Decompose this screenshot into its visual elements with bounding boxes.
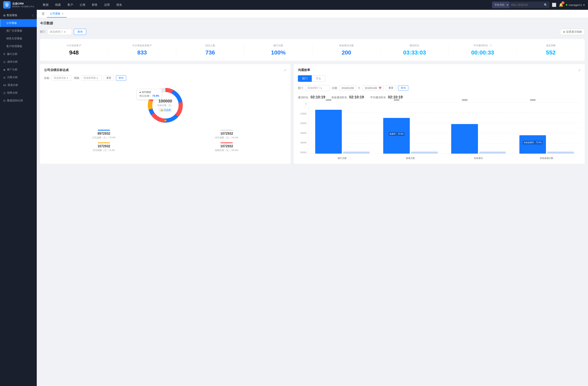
legend-value-3: 1072932 [167,144,287,148]
period-select[interactable]: 请选择周期 ▾ [81,75,102,81]
nav-right: 手机号码 🔍 ⬜ 🔔 5 manager11 ▾ [492,2,585,8]
eff-dept-select[interactable]: 请选择部门 ▾ [305,85,330,91]
x-label-3: 有效接通次数 [512,157,581,160]
eff-reset-button[interactable]: 重置 [386,85,396,91]
eff-tab-dept[interactable]: 部门 [298,75,312,82]
target-select[interactable]: 请选择目标 ▾ [51,75,72,81]
date-separator: 至 [358,86,360,90]
nav-customers[interactable]: 客户 [64,2,76,8]
collapse-icon[interactable]: ⟨ [32,14,34,17]
bar-col-1-0: 35000 接通率：70.9% [383,103,410,154]
legend-item-3: 1072932 超额完成（元）| 89.9% [167,142,287,152]
nav-data[interactable]: 数据 [40,2,51,8]
legend-bar-2 [98,142,110,143]
chart-x-labels: 拨打次数 接通次数 有效通话 有效接通次数 [308,157,581,160]
target-reset-button[interactable]: 重置 [104,75,114,81]
logo-icon [3,1,11,9]
nav-finance[interactable]: 财务 [89,2,101,8]
eff-query-button[interactable]: 查询 [398,85,408,91]
eff-tab-personal[interactable]: 个人 [312,75,325,82]
search-type-select[interactable]: 手机号码 [492,2,509,8]
dept-select[interactable]: 请选择部门 ▾ [47,29,72,35]
bar-group-3: 18000 有效接通率：70.9% [513,103,581,154]
date-start-input[interactable]: 2018/01/08 [339,85,356,91]
bar-3-1 [547,152,574,154]
efficiency-expand-button[interactable]: ⤢ [578,69,581,72]
search-button[interactable]: 🔍 [542,3,549,6]
search-input[interactable] [509,3,542,6]
nav-items: 数据 线索 客户 公海 财务 运营 报名 [40,2,492,8]
effective-value: 02:10:19 [349,95,364,99]
sidebar-item-promo-manager[interactable]: 推广主管看板 [0,27,37,35]
sidebar-section-header[interactable]: ⊞ 数据看板 ⟨ [0,11,37,19]
main-content: ☰ 公司看板 ✕ 今日数据 部门 请选择部门 ▾ 查询 [37,10,588,386]
sidebar-item-flow[interactable]: ⊡ 数据流转记录 [0,97,37,104]
donut-container: ● 1072932 所占比例： 70.9% [145,85,186,126]
tab-company-board[interactable]: 公司看板 ✕ [47,10,66,18]
top-navigation: 云朵CRM 教育机构一站式服务云平台 数据 线索 客户 公海 财务 运营 报名 … [0,0,588,10]
user-dropdown-icon[interactable]: ▾ [583,3,585,6]
x-label-2: 有效通话 [444,157,513,160]
flow-icon: ⊡ [3,99,5,102]
sidebar: ⊞ 数据看板 ⟨ 公司看板 推广主管看板 销售主管看板 客户经理看板 ⊽ 漏斗分… [0,10,37,386]
y-label-20000: 20000 [298,122,308,124]
target-query-button[interactable]: 查询 [116,75,126,81]
stats-row: 今日首咨客户 948 今日有效首咨客户 833 回访人数 736 拨打次数 10… [40,39,585,61]
bar-col-2-1 [479,103,506,154]
target-expand-button[interactable]: ⤢ [284,69,286,72]
hamburger-button[interactable]: ☰ [40,11,46,17]
stat-value-1: 833 [111,49,173,56]
bar-annotation-1: 接通率：70.9% [389,132,404,136]
thumbs-up-icon: 👍 [160,109,163,111]
date-end-input[interactable]: 2018/01/08 📅 [362,85,384,91]
notification-badge: 5 [561,1,565,4]
sidebar-item-account-manager[interactable]: 客户经理看板 [0,42,37,50]
notification-icon[interactable]: 🔔 5 [559,3,563,7]
today-query-button[interactable]: 查询 [74,29,86,35]
x-label-0: 拨打次数 [308,157,376,160]
nav-signup[interactable]: 报名 [113,2,125,8]
stat-label-2: 回访人数 [179,44,241,47]
sidebar-item-company-board[interactable]: 公司看板 [0,19,37,27]
settings-display-button[interactable]: ⚙ 设置显示指标 [560,29,585,35]
sidebar-item-channel[interactable]: ⋈ 渠道分析 [0,81,37,89]
y-label-10000: 10000 [298,112,308,115]
avg-stat: 平均通话时长 02:10:19 [370,95,403,99]
user-online-dot [566,4,567,6]
chart-y-axis: 50000 40000 30000 20000 10000 0 [298,103,308,154]
nav-operations[interactable]: 运营 [101,2,113,8]
monitor-icon[interactable]: ⬜ [552,3,556,7]
stat-card-0: 今日首咨客户 948 [40,44,108,56]
stat-label-0: 今日首咨客户 [43,44,105,47]
stat-card-4: 有效通话次数 200 [313,44,381,56]
sidebar-item-cost[interactable]: ◷ 成本分析 [0,58,37,66]
target-label: 目标 [44,76,49,80]
legend-desc-2: 应完成量（元）| 8.9% [44,149,164,152]
sidebar-item-promo[interactable]: ◈ 推广分析 [0,66,37,74]
nav-leads[interactable]: 线索 [52,2,64,8]
x-label-1: 接通次数 [376,157,444,160]
sidebar-item-sales[interactable]: ◷ 销售分析 [0,89,37,97]
bar-2-1 [479,152,506,154]
efficiency-panel-title: 沟通效率 [298,68,310,72]
chevron-down-icon: ▾ [320,87,322,90]
today-data-section: 今日数据 部门 请选择部门 ▾ 查询 ⚙ 设置显示指标 [40,21,585,61]
promo-icon: ◈ [3,68,5,71]
sidebar-item-sales-manager[interactable]: 销售主管看板 [0,35,37,42]
avg-value: 02:10:19 [388,95,403,99]
settings-icon: ⚙ [563,30,565,34]
sales-icon: ◷ [3,91,5,95]
stat-value-3: 100% [248,49,309,56]
tab-close-button[interactable]: ✕ [62,12,64,15]
eff-date-label: 日期 [332,86,337,90]
page-body: 今日数据 部门 请选择部门 ▾ 查询 ⚙ 设置显示指标 [37,18,588,167]
bar-col-0-0: 43000 [315,103,342,154]
nav-public-sea[interactable]: 公海 [77,2,88,8]
user-area[interactable]: manager11 ▾ [566,3,585,6]
sidebar-item-funnel[interactable]: ⊽ 漏斗分析 [0,50,37,58]
bar-label-43000: 43000 [326,99,331,101]
dept-filter-label: 部门 [40,30,45,34]
sidebar-item-visitor[interactable]: ◎ 访客分析 [0,74,37,81]
eff-filter-row: 部门 请选择部门 ▾ 日期 2018/01/08 至 2018/01/08 📅 [298,85,581,91]
efficiency-panel: 沟通效率 ⤢ 部门 个人 部门 请选择部门 ▾ [294,64,585,164]
